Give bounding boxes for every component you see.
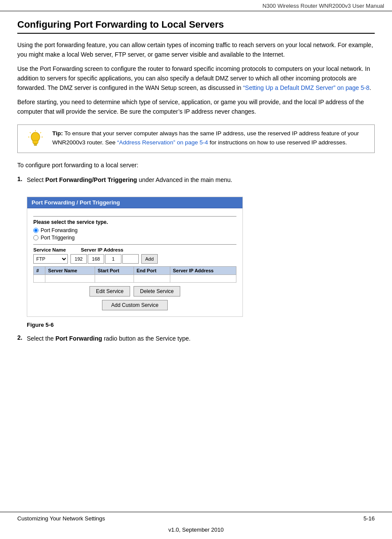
manual-title: N300 Wireless Router WNR2000v3 User Manu… — [262, 3, 384, 9]
page-title: Configuring Port Forwarding to Local Ser… — [17, 19, 375, 34]
ip-octet-3[interactable] — [105, 254, 121, 264]
delete-service-button[interactable]: Delete Service — [134, 286, 180, 297]
figure-divider2 — [33, 244, 236, 245]
add-button[interactable]: Add — [141, 254, 158, 264]
section-body: Using the port forwarding feature, you c… — [17, 41, 375, 344]
lightbulb-icon — [26, 129, 45, 148]
paragraph-2: Use the Port Forwarding screen to config… — [17, 64, 375, 92]
tip-text2: for instructions on how to use reserved … — [208, 139, 347, 146]
footer-version: v1.0, September 2010 — [169, 526, 224, 533]
svg-rect-1 — [34, 144, 37, 145]
steps-intro: To configure port forwarding to a local … — [17, 161, 375, 170]
figure-custom-button-row: Add Custom Service — [33, 300, 236, 310]
add-custom-service-button[interactable]: Add Custom Service — [102, 300, 167, 310]
step-1-text-after: under Advanced in the main menu. — [137, 176, 232, 183]
step-1-bold: Port Forwarding/Port Triggering — [45, 176, 137, 183]
tip-bold: Tip: — [52, 130, 63, 137]
step-2-bold: Port Forwarding — [55, 335, 102, 342]
col-start-port: Start Port — [95, 267, 134, 275]
figure-action-buttons: Edit Service Delete Service — [33, 286, 236, 297]
cell-empty-2 — [45, 275, 95, 283]
step-1: 1. Select Port Forwarding/Port Triggerin… — [17, 175, 375, 185]
tip-text: Tip: To ensure that your server computer… — [52, 129, 368, 147]
para2-text2: . — [370, 84, 371, 91]
ip-inputs-group: Add — [70, 254, 158, 264]
ip-octet-4[interactable] — [122, 254, 139, 264]
ip-octet-2[interactable] — [88, 254, 104, 264]
col-server-ip: Server IP Address — [170, 267, 236, 275]
col-hash: # — [34, 267, 45, 275]
cell-empty-1 — [34, 275, 45, 283]
figure-caption: Figure 5-6 — [27, 322, 375, 328]
paragraph-3: Before starting, you need to determine w… — [17, 98, 375, 116]
step-2-num: 2. — [17, 334, 27, 341]
tip-link[interactable]: “Address Reservation” on page 5-4 — [117, 139, 208, 146]
step-1-content: Select Port Forwarding/Port Triggering u… — [27, 175, 232, 185]
footer-right: 5-16 — [363, 515, 375, 522]
figure-container: Port Forwarding / Port Triggering Please… — [27, 197, 243, 317]
radio-port-triggering[interactable] — [33, 235, 38, 240]
radio-port-forwarding[interactable] — [33, 228, 38, 233]
figure-title-bar: Port Forwarding / Port Triggering — [27, 197, 242, 208]
content-area: Configuring Port Forwarding to Local Ser… — [0, 11, 392, 512]
ip-octet-1[interactable] — [70, 254, 87, 264]
col-server-name: Server Name — [45, 267, 95, 275]
services-table: # Server Name Start Port End Port Server… — [33, 266, 236, 283]
steps-list: 1. Select Port Forwarding/Port Triggerin… — [17, 175, 375, 185]
page-header: N300 Wireless Router WNR2000v3 User Manu… — [0, 0, 392, 11]
server-ip-col-header: Server IP Address — [81, 247, 236, 252]
cell-empty-5 — [170, 275, 236, 283]
radio-port-triggering-label: Port Triggering — [41, 235, 75, 241]
edit-service-button[interactable]: Edit Service — [89, 286, 130, 297]
figure-inner: Please select the service type. Port For… — [27, 208, 242, 316]
footer-left: Customizing Your Network Settings — [17, 515, 105, 522]
service-name-select[interactable]: FTP — [33, 254, 68, 264]
svg-line-4 — [30, 132, 31, 133]
step-2: 2. Select the Port Forwarding radio butt… — [17, 334, 375, 344]
figure-radio-group: Port Forwarding Port Triggering — [33, 227, 236, 241]
radio-port-forwarding-label: Port Forwarding — [41, 227, 77, 233]
page-container: N300 Wireless Router WNR2000v3 User Manu… — [0, 0, 392, 539]
step-2-text-before: Select the — [27, 335, 55, 342]
paragraph-1: Using the port forwarding feature, you c… — [17, 41, 375, 59]
table-row-empty — [34, 275, 236, 283]
footer-center: v1.0, September 2010 — [0, 525, 392, 539]
radio-port-triggering-row: Port Triggering — [33, 235, 236, 241]
cell-empty-3 — [95, 275, 134, 283]
tip-box: Tip: To ensure that your server computer… — [17, 124, 375, 153]
table-header-row: # Server Name Start Port End Port Server… — [34, 267, 236, 275]
figure-ip-header: Service Name Server IP Address — [33, 247, 236, 252]
tip-icon — [24, 129, 47, 148]
steps-list-2: 2. Select the Port Forwarding radio butt… — [17, 334, 375, 344]
step-2-content: Select the Port Forwarding radio button … — [27, 334, 191, 344]
step-1-text-before: Select — [27, 176, 45, 183]
figure-divider — [33, 216, 236, 217]
step-2-text-after: radio button as the Service type. — [102, 335, 191, 342]
dmz-link[interactable]: “Setting Up a Default DMZ Server” on pag… — [243, 84, 370, 91]
col-end-port: End Port — [134, 267, 170, 275]
step-1-num: 1. — [17, 175, 27, 182]
cell-empty-4 — [134, 275, 170, 283]
radio-port-forwarding-row: Port Forwarding — [33, 227, 236, 233]
figure-service-row: FTP Add — [33, 254, 236, 264]
svg-rect-2 — [34, 145, 37, 146]
service-name-col-header: Service Name — [33, 247, 81, 252]
footer-bar: Customizing Your Network Settings 5-16 — [0, 512, 392, 525]
svg-line-5 — [40, 132, 41, 133]
figure-service-type-label: Please select the service type. — [33, 219, 236, 225]
